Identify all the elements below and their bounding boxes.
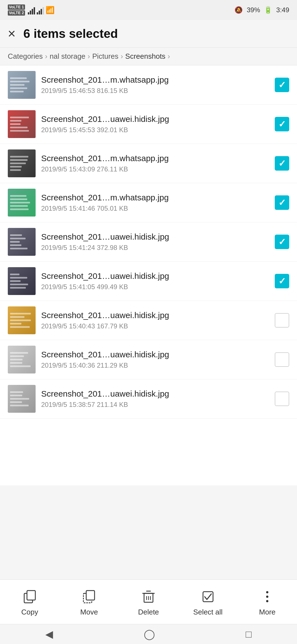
header: × 6 items selected: [0, 20, 297, 48]
file-info-6: Screenshot_201…uawei.hidisk.jpg2019/9/5 …: [41, 271, 269, 291]
file-meta-1: 2019/9/5 15:46:53 816.15 KB: [41, 87, 269, 95]
file-name-7: Screenshot_201…uawei.hidisk.jpg: [41, 311, 269, 320]
breadcrumb-screenshots[interactable]: Screenshots: [125, 52, 165, 61]
more-button[interactable]: More: [237, 588, 297, 616]
breadcrumb: Categories › nal storage › Pictures › Sc…: [0, 48, 297, 65]
more-icon: [259, 588, 276, 605]
file-name-1: Screenshot_201…m.whatsapp.jpg: [41, 75, 269, 85]
file-info-7: Screenshot_201…uawei.hidisk.jpg2019/9/5 …: [41, 311, 269, 330]
file-name-2: Screenshot_201…uawei.hidisk.jpg: [41, 114, 269, 124]
move-icon: [81, 588, 97, 605]
file-info-4: Screenshot_201…m.whatsapp.jpg2019/9/5 15…: [41, 193, 269, 212]
file-meta-6: 2019/9/5 15:41:05 499.49 KB: [41, 283, 269, 291]
file-item-9[interactable]: Screenshot_201…uawei.hidisk.jpg2019/9/5 …: [0, 379, 297, 419]
volte-stack: VoLTE 1 VoLTE 2: [8, 4, 25, 16]
back-button[interactable]: ◀: [34, 626, 64, 643]
file-thumbnail-2: [8, 110, 36, 138]
file-item-4[interactable]: Screenshot_201…m.whatsapp.jpg2019/9/5 15…: [0, 183, 297, 222]
file-checkbox-3[interactable]: ✓: [275, 156, 289, 171]
file-info-3: Screenshot_201…m.whatsapp.jpg2019/9/5 15…: [41, 154, 269, 173]
file-meta-3: 2019/9/5 15:43:09 276.11 KB: [41, 165, 269, 173]
file-thumbnail-4: [8, 189, 36, 217]
delete-icon: [140, 588, 157, 605]
copy-button[interactable]: Copy: [0, 588, 60, 616]
file-thumbnail-1: [8, 71, 36, 99]
file-thumbnail-3: [8, 149, 36, 177]
clock: 3:49: [276, 6, 289, 14]
file-checkbox-7[interactable]: [275, 313, 289, 328]
svg-rect-1: [27, 591, 35, 600]
file-name-9: Screenshot_201…uawei.hidisk.jpg: [41, 389, 269, 399]
file-thumbnail-7: [8, 306, 36, 334]
volte1-badge: VoLTE 1: [8, 4, 25, 10]
file-item-7[interactable]: Screenshot_201…uawei.hidisk.jpg2019/9/5 …: [0, 301, 297, 340]
svg-point-13: [266, 600, 268, 602]
file-thumbnail-8: [8, 346, 36, 373]
select-all-icon: [200, 588, 216, 605]
breadcrumb-sep-4: ›: [168, 52, 170, 61]
file-item-2[interactable]: Screenshot_201…uawei.hidisk.jpg2019/9/5 …: [0, 105, 297, 144]
file-name-3: Screenshot_201…m.whatsapp.jpg: [41, 154, 269, 163]
file-meta-8: 2019/9/5 15:40:36 211.29 KB: [41, 362, 269, 369]
file-checkbox-5[interactable]: ✓: [275, 235, 289, 249]
select-all-label: Select all: [193, 608, 223, 616]
file-checkbox-4[interactable]: ✓: [275, 195, 289, 210]
file-info-2: Screenshot_201…uawei.hidisk.jpg2019/9/5 …: [41, 114, 269, 134]
file-checkbox-1[interactable]: ✓: [275, 78, 289, 92]
close-button[interactable]: ×: [8, 27, 16, 40]
file-meta-2: 2019/9/5 15:45:53 392.01 KB: [41, 126, 269, 134]
file-meta-9: 2019/9/5 15:38:57 211.14 KB: [41, 401, 269, 409]
file-info-1: Screenshot_201…m.whatsapp.jpg2019/9/5 15…: [41, 75, 269, 95]
breadcrumb-sep-3: ›: [121, 52, 123, 61]
nav-bar: ◀ ◯ □: [0, 624, 297, 644]
breadcrumb-pictures[interactable]: Pictures: [92, 52, 118, 61]
svg-point-11: [266, 591, 268, 593]
file-name-4: Screenshot_201…m.whatsapp.jpg: [41, 193, 269, 202]
file-meta-5: 2019/9/5 15:41:24 372.98 KB: [41, 244, 269, 252]
more-label: More: [259, 608, 276, 616]
file-thumbnail-6: [8, 267, 36, 295]
file-info-8: Screenshot_201…uawei.hidisk.jpg2019/9/5 …: [41, 350, 269, 369]
bell-mute-icon: 🔕: [234, 6, 243, 14]
file-info-5: Screenshot_201…uawei.hidisk.jpg2019/9/5 …: [41, 232, 269, 252]
file-meta-4: 2019/9/5 15:41:46 705.01 KB: [41, 205, 269, 212]
file-name-5: Screenshot_201…uawei.hidisk.jpg: [41, 232, 269, 242]
status-right: 🔕 39% 🔋 3:49: [234, 6, 289, 14]
file-checkbox-8[interactable]: [275, 352, 289, 367]
volte2-badge: VoLTE 2: [8, 10, 25, 16]
signal-bar-2: [37, 7, 44, 14]
battery-icon: 🔋: [264, 6, 272, 14]
breadcrumb-sep-1: ›: [45, 52, 48, 61]
bottom-toolbar: Copy Move Delete: [0, 579, 297, 624]
file-item-3[interactable]: Screenshot_201…m.whatsapp.jpg2019/9/5 15…: [0, 144, 297, 183]
file-info-9: Screenshot_201…uawei.hidisk.jpg2019/9/5 …: [41, 389, 269, 409]
file-name-6: Screenshot_201…uawei.hidisk.jpg: [41, 271, 269, 281]
signal-icons: 📶: [28, 6, 55, 14]
home-button[interactable]: ◯: [133, 626, 166, 643]
file-checkbox-2[interactable]: ✓: [275, 117, 289, 131]
file-checkbox-6[interactable]: ✓: [275, 274, 289, 288]
file-name-8: Screenshot_201…uawei.hidisk.jpg: [41, 350, 269, 359]
file-checkbox-9[interactable]: [275, 392, 289, 406]
page-title: 6 items selected: [23, 27, 118, 41]
recents-button[interactable]: □: [234, 626, 263, 643]
file-item-8[interactable]: Screenshot_201…uawei.hidisk.jpg2019/9/5 …: [0, 340, 297, 379]
file-thumbnail-5: [8, 228, 36, 256]
wifi-icon: 📶: [46, 6, 55, 14]
breadcrumb-storage[interactable]: nal storage: [50, 52, 85, 61]
delete-label: Delete: [138, 608, 159, 616]
breadcrumb-sep-2: ›: [88, 52, 90, 61]
signal-bar-1: [28, 7, 35, 14]
copy-label: Copy: [21, 608, 38, 616]
delete-button[interactable]: Delete: [119, 588, 178, 616]
status-bar: VoLTE 1 VoLTE 2 📶 🔕 39% 🔋 3:49: [0, 0, 297, 20]
move-button[interactable]: Move: [60, 588, 119, 616]
file-item-5[interactable]: Screenshot_201…uawei.hidisk.jpg2019/9/5 …: [0, 222, 297, 262]
file-meta-7: 2019/9/5 15:40:43 167.79 KB: [41, 322, 269, 330]
file-thumbnail-9: [8, 385, 36, 413]
select-all-button[interactable]: Select all: [178, 588, 238, 616]
file-item-1[interactable]: Screenshot_201…m.whatsapp.jpg2019/9/5 15…: [0, 65, 297, 105]
breadcrumb-categories[interactable]: Categories: [8, 52, 43, 61]
file-item-6[interactable]: Screenshot_201…uawei.hidisk.jpg2019/9/5 …: [0, 262, 297, 301]
svg-rect-3: [86, 591, 95, 600]
